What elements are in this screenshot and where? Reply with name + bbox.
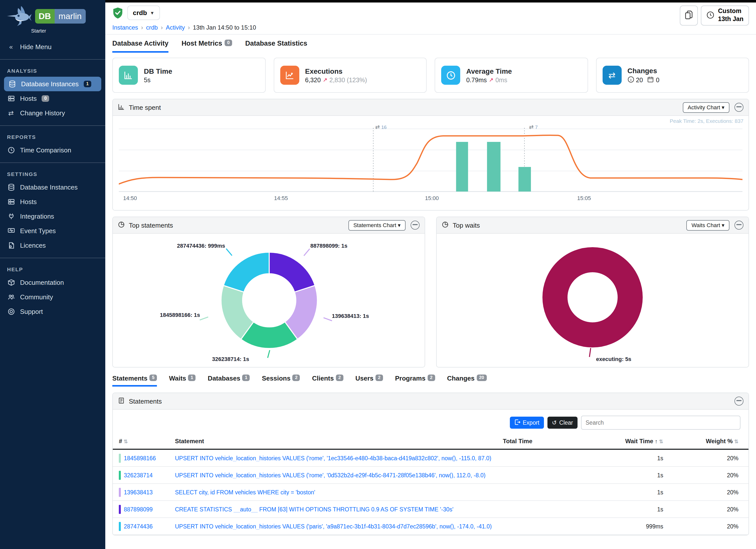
- package-icon: [7, 279, 15, 286]
- search-input[interactable]: [581, 416, 740, 430]
- statement-id-link[interactable]: 1845898166: [124, 455, 156, 461]
- sidebar-item-change-history[interactable]: ⇄ Change History: [0, 106, 105, 120]
- statement-link[interactable]: UPSERT INTO vehicle_location_histories V…: [175, 455, 494, 461]
- bar-chart-icon: [118, 103, 125, 112]
- statement-color-chip: [119, 471, 121, 480]
- change-marker-count: 7: [535, 124, 538, 130]
- col-weight[interactable]: Weight %⇅: [663, 438, 738, 445]
- breadcrumb-instances[interactable]: Instances: [112, 24, 138, 31]
- tab-waits[interactable]: Waits 1: [169, 375, 196, 387]
- col-statement[interactable]: Statement: [175, 438, 503, 445]
- statement-id-link[interactable]: 887898099: [124, 506, 153, 512]
- tab-host-metrics[interactable]: Host Metrics 0: [181, 40, 232, 53]
- tab-users[interactable]: Users 2: [355, 375, 383, 387]
- waits-badge: 1: [188, 375, 196, 381]
- time-spent-svg[interactable]: [119, 123, 742, 192]
- sidebar-item-event-types[interactable]: Event Types: [0, 224, 105, 238]
- donut-slice-287474436[interactable]: [223, 252, 269, 292]
- sort-icon: ⇅: [659, 439, 663, 444]
- tab-clients[interactable]: Clients 2: [312, 375, 343, 387]
- card-changes: ⇄ Changes 20 0: [596, 58, 749, 93]
- sidebar-item-integrations[interactable]: Integrations: [0, 209, 105, 224]
- sidebar-item-licences[interactable]: Licences: [0, 238, 105, 253]
- time-range-button[interactable]: Custom 13th Jan: [701, 6, 749, 26]
- detail-tabs: Statements 5 Waits 1 Databases 1 Session…: [105, 368, 756, 387]
- col-id[interactable]: #⇅: [119, 438, 175, 445]
- sidebar-item-support[interactable]: Support: [0, 304, 105, 319]
- brand-marlin: marlin: [54, 9, 86, 23]
- donut-slice-executing[interactable]: [555, 260, 630, 335]
- collapse-panel-button[interactable]: [411, 221, 420, 230]
- hide-menu-label: Hide Menu: [20, 43, 52, 51]
- time-spent-chart[interactable]: Peak Time: 2s, Executions: 837 ⇄ 16: [113, 116, 748, 210]
- label-leader: [323, 317, 332, 321]
- statement-link[interactable]: CREATE STATISTICS __auto__ FROM [63] WIT…: [175, 506, 494, 512]
- sidebar-item-time-comparison[interactable]: Time Comparison: [0, 143, 105, 157]
- statement-list-icon: [118, 397, 125, 405]
- copy-link-button[interactable]: [680, 6, 698, 26]
- table-row: 326238714 UPSERT INTO vehicle_location_h…: [113, 467, 748, 484]
- activity-chart-select[interactable]: Activity Chart ▾: [683, 102, 729, 113]
- sidebar-item-settings-database-instances[interactable]: Database Instances: [0, 180, 105, 195]
- export-label: Export: [523, 420, 539, 426]
- donut-label-executing: executing: 5s: [596, 356, 631, 362]
- col-total-time[interactable]: Total Time: [503, 438, 578, 445]
- statement-link[interactable]: UPSERT INTO vehicle_location_histories V…: [175, 472, 494, 478]
- wait-time-value: 1s: [578, 489, 663, 495]
- sidebar-item-database-instances[interactable]: Database Instances 1: [4, 77, 101, 91]
- clear-button[interactable]: ↺ Clear: [547, 417, 578, 429]
- executions-delta: 2,830 (123%): [329, 76, 367, 83]
- statement-id-link[interactable]: 139638413: [124, 489, 153, 495]
- change-marker-2[interactable]: ⇄ 7: [529, 124, 538, 130]
- event-monitor-icon: [7, 227, 15, 235]
- people-icon: [7, 293, 15, 301]
- collapse-panel-button[interactable]: [734, 103, 743, 112]
- sidebar-item-settings-hosts[interactable]: Hosts: [0, 195, 105, 209]
- tab-database-activity[interactable]: Database Activity: [112, 40, 168, 53]
- instance-selector[interactable]: crdb ▼: [127, 6, 160, 20]
- tab-statements[interactable]: Statements 5: [112, 375, 157, 387]
- breadcrumb-activity[interactable]: Activity: [166, 24, 185, 31]
- top-waits-donut[interactable]: [541, 246, 644, 349]
- top-statements-donut[interactable]: [219, 248, 319, 353]
- time-range-line1: Custom: [718, 8, 741, 15]
- donut-slice-887898099[interactable]: [269, 252, 315, 292]
- statement-link[interactable]: UPSERT INTO vehicle_location_histories V…: [175, 523, 494, 529]
- waits-chart-select[interactable]: Waits Chart ▾: [687, 220, 729, 230]
- sidebar-item-label: Licences: [20, 242, 46, 249]
- databases-badge: 1: [242, 375, 250, 381]
- sidebar: DBmarlin Starter « Hide Menu ANALYSIS Da…: [0, 0, 105, 549]
- sidebar-item-hosts[interactable]: Hosts 0: [0, 91, 105, 106]
- top-bar: crdb ▼ Instances › crdb › Activity › 13t…: [105, 3, 756, 34]
- col-wait-time[interactable]: Wait Time↑⇅: [578, 438, 663, 445]
- breadcrumb-crdb[interactable]: crdb: [146, 24, 158, 31]
- card-executions: Executions 6,320 ↗ 2,830 (123%): [273, 58, 427, 93]
- statement-link[interactable]: SELECT city, id FROM vehicles WHERE city…: [175, 489, 494, 495]
- tab-database-statistics[interactable]: Database Statistics: [245, 40, 307, 53]
- changes-info-count: 20: [636, 76, 643, 83]
- statement-id-link[interactable]: 287474436: [124, 523, 153, 529]
- time-spent-panel: Time spent Activity Chart ▾ Peak Time: 2…: [112, 99, 749, 211]
- sidebar-item-community[interactable]: Community: [0, 290, 105, 304]
- statement-id-link[interactable]: 326238714: [124, 472, 153, 478]
- export-button[interactable]: Export: [510, 417, 544, 429]
- tab-changes[interactable]: Changes 20: [447, 375, 487, 387]
- hide-menu-button[interactable]: « Hide Menu: [0, 40, 105, 54]
- collapse-panel-button[interactable]: [734, 397, 743, 406]
- tab-sessions[interactable]: Sessions 2: [262, 375, 300, 387]
- calendar-icon: [647, 76, 654, 84]
- x-axis: 14:50 14:55 15:00 15:05: [119, 195, 742, 203]
- wait-time-value: 1s: [578, 506, 663, 512]
- brand-logo[interactable]: DBmarlin Starter: [0, 0, 105, 37]
- tab-databases[interactable]: Databases 1: [208, 375, 250, 387]
- sidebar-item-documentation[interactable]: Documentation: [0, 275, 105, 290]
- tab-programs[interactable]: Programs 2: [395, 375, 435, 387]
- change-marker-1[interactable]: ⇄ 16: [375, 124, 387, 130]
- collapse-panel-button[interactable]: [734, 221, 743, 230]
- statements-chart-select[interactable]: Statements Chart ▾: [348, 220, 406, 230]
- breadcrumb-separator: ›: [188, 24, 190, 31]
- statement-color-chip: [119, 505, 121, 514]
- weight-value: 20%: [663, 506, 738, 512]
- page-tabs: Database Activity Host Metrics 0 Databas…: [105, 35, 756, 53]
- sidebar-item-label: Support: [20, 308, 43, 315]
